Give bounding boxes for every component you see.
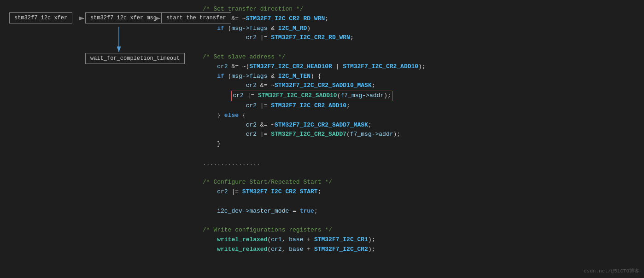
- flow-box-start-transfer: start the transfer: [161, 12, 231, 23]
- code-line: [203, 43, 635, 52]
- code-line: cr2 |= STM32F7_I2C_CR2_RD_WRN;: [203, 33, 635, 43]
- code-line: writel_relaxed(cr1, base + STM32F7_I2C_C…: [203, 235, 635, 245]
- code-line: if (msg->flags & I2C_M_RD): [203, 24, 635, 34]
- code-line: /* Configure Start/Repeated Start */: [203, 178, 635, 187]
- code-line: /* Set slave address */: [203, 52, 635, 62]
- code-line: cr2 |= STM32F7_I2C_CR2_START;: [203, 187, 635, 197]
- code-line: cr2 &= ~STM32F7_I2C_CR2_RD_WRN;: [203, 14, 635, 24]
- code-line: i2c_dev->master_mode = true;: [203, 207, 635, 216]
- code-line: [203, 216, 635, 226]
- flow-box-xfer-msg: stm32f7_i2c_xfer_msg: [85, 12, 162, 23]
- code-line: cr2 &= ~STM32F7_I2C_CR2_SADD7_MASK;: [203, 121, 635, 130]
- code-line: ................: [203, 159, 635, 168]
- code-panel: /* Set transfer direction */ cr2 &= ~STM…: [193, 0, 644, 278]
- code-line: writel_relaxed(cr2, base + STM32F7_I2C_C…: [203, 245, 635, 255]
- watermark: csdn.net/@51CTO博客: [584, 267, 639, 276]
- code-line: }: [203, 139, 635, 149]
- flow-box-stm32f7: stm32f7_i2c_xfer: [9, 12, 72, 23]
- flow-box-wait: wait_for_completion_timeout: [85, 53, 185, 64]
- code-line: cr2 |= STM32F7_I2C_CR2_SADD7(f7_msg->add…: [203, 130, 635, 139]
- code-line: [203, 197, 635, 207]
- code-line: cr2 &= ~(STM32F7_I2C_CR2_HEAD10R | STM32…: [203, 62, 635, 72]
- code-line: /* Write configurations registers */: [203, 226, 635, 235]
- code-line: cr2 |= STM32F7_I2C_CR2_ADD10;: [203, 101, 635, 111]
- flowchart: stm32f7_i2c_xfer stm32f7_i2c_xfer_msg st…: [5, 7, 189, 271]
- code-line: cr2 &= ~STM32F7_I2C_CR2_SADD10_MASK;: [203, 81, 635, 91]
- code-line: [203, 149, 635, 159]
- code-line: /* Set transfer direction */: [203, 5, 635, 14]
- code-line: if (msg->flags & I2C_M_TEN) {: [203, 72, 635, 81]
- code-line: [203, 168, 635, 178]
- code-line: cr2 |= STM32F7_I2C_CR2_SADD10(f7_msg->ad…: [203, 91, 635, 101]
- flowchart-panel: stm32f7_i2c_xfer stm32f7_i2c_xfer_msg st…: [0, 0, 193, 278]
- code-line: } else {: [203, 111, 635, 121]
- code-block: /* Set transfer direction */ cr2 &= ~STM…: [203, 5, 635, 255]
